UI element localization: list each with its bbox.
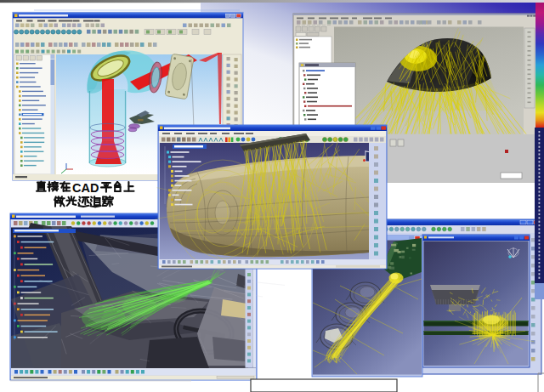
svg-text:CAD: CAD	[72, 181, 99, 195]
